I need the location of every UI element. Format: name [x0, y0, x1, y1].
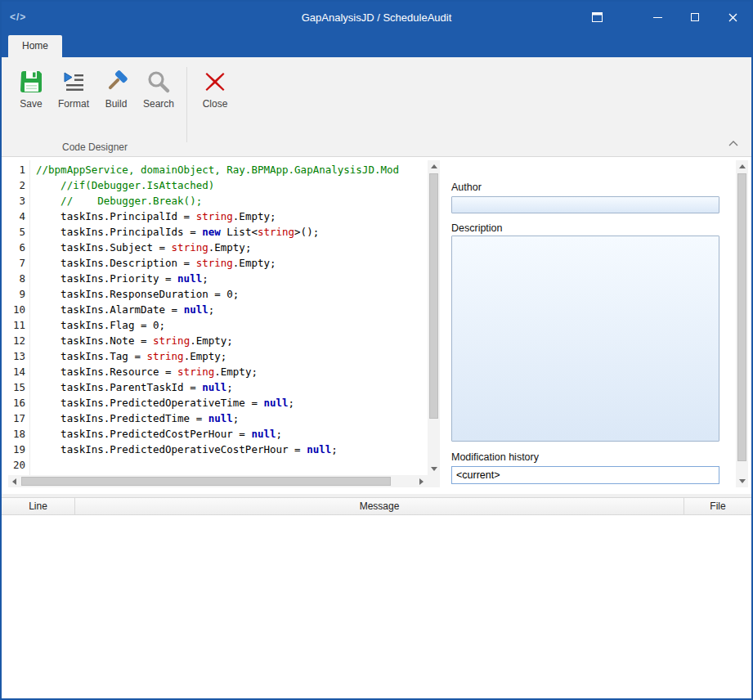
search-icon [146, 69, 172, 95]
build-button[interactable]: Build [95, 67, 137, 110]
messages-header: Line Message File [2, 497, 751, 515]
modification-history-value: <current> [456, 469, 500, 481]
code-editor[interactable]: 1234567891011121314151617181920 //bpmApp… [8, 160, 440, 487]
column-header-message[interactable]: Message [75, 498, 684, 514]
maximize-button[interactable] [676, 2, 714, 33]
format-button-label: Format [58, 98, 89, 110]
author-input[interactable] [451, 196, 719, 213]
description-textarea[interactable] [451, 236, 719, 442]
chevron-up-icon [728, 141, 738, 146]
maximize-icon [691, 13, 699, 21]
editor-horizontal-scrollbar[interactable] [8, 475, 428, 487]
messages-list[interactable] [2, 515, 751, 698]
panel-vscroll-thumb[interactable] [737, 173, 746, 461]
description-label: Description [451, 222, 503, 234]
scrollbar-corner [428, 475, 440, 487]
close-button-label: Close [203, 98, 228, 110]
minimize-button[interactable] [639, 2, 676, 33]
column-header-file[interactable]: File [684, 498, 751, 514]
ribbon-group-label: Code Designer [10, 141, 180, 153]
modification-history-label: Modification history [451, 451, 539, 463]
app-window: </> GapAnalysisJD / ScheduleAudit Home [0, 0, 753, 700]
ribbon: Save Format [2, 57, 751, 157]
float-window-button[interactable] [578, 2, 616, 33]
modification-history-combo[interactable]: <current> [451, 466, 719, 484]
column-header-line[interactable]: Line [2, 498, 75, 514]
ribbon-separator [186, 67, 187, 142]
panel-vertical-scrollbar[interactable] [736, 160, 748, 487]
ribbon-tab-row: Home [2, 33, 751, 57]
scroll-left-arrow[interactable] [8, 475, 20, 487]
build-button-label: Build [105, 98, 128, 110]
tab-home[interactable]: Home [8, 35, 62, 57]
format-icon [61, 69, 87, 95]
code-lines[interactable]: //bpmAppService, domainObject, Ray.BPMAp… [31, 160, 428, 475]
ribbon-group-code-designer: Save Format [10, 67, 236, 142]
close-window-icon [728, 13, 737, 22]
float-window-icon [592, 12, 603, 22]
save-button-label: Save [20, 98, 42, 110]
editor-vertical-scrollbar[interactable] [428, 160, 440, 475]
author-label: Author [451, 182, 482, 193]
main-area: 1234567891011121314151617181920 //bpmApp… [2, 157, 751, 494]
scroll-right-arrow[interactable] [415, 475, 428, 487]
window-controls [578, 2, 751, 33]
editor-vscroll-thumb[interactable] [429, 173, 438, 419]
close-icon [202, 69, 228, 95]
scroll-down-arrow[interactable] [428, 463, 440, 475]
search-button-label: Search [143, 98, 174, 110]
minimize-icon [653, 17, 662, 18]
titlebar[interactable]: </> GapAnalysisJD / ScheduleAudit [2, 2, 751, 33]
build-icon [103, 69, 129, 95]
messages-panel: Line Message File [2, 494, 751, 698]
scroll-up-arrow[interactable] [428, 160, 440, 173]
format-button[interactable]: Format [52, 67, 95, 110]
line-numbers: 1234567891011121314151617181920 [8, 160, 30, 475]
panel-scroll-down-arrow[interactable] [736, 475, 748, 487]
collapse-ribbon-button[interactable] [728, 135, 738, 150]
close-button[interactable]: Close [194, 67, 236, 110]
search-button[interactable]: Search [137, 67, 180, 110]
close-window-button[interactable] [714, 2, 751, 33]
save-icon [18, 69, 44, 95]
panel-scroll-up-arrow[interactable] [736, 160, 748, 173]
editor-hscroll-thumb[interactable] [21, 477, 391, 486]
save-button[interactable]: Save [10, 67, 52, 110]
